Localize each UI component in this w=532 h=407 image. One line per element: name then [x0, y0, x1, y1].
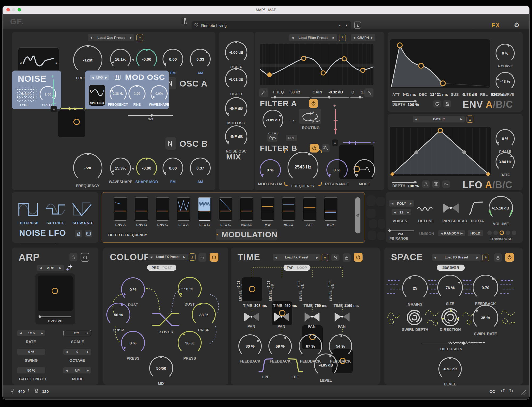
highpass-slope-icon[interactable]: [259, 88, 268, 97]
env-graph[interactable]: [390, 39, 490, 88]
prev-arrow-icon[interactable]: ◀: [66, 369, 68, 372]
arp-mode-selector[interactable]: ◀ UP ▶: [63, 367, 91, 373]
tap2-pan-bowtie[interactable]: [274, 311, 290, 323]
filter-b-mode-knob[interactable]: MODE: [354, 159, 375, 186]
next-arrow-icon[interactable]: ▶: [460, 232, 463, 235]
arp-scale-dropdown[interactable]: Off ▼: [63, 330, 91, 336]
traffic-lights[interactable]: [6, 8, 21, 11]
space-preset-selector[interactable]: ◀ Load FX Preset ▶: [432, 254, 481, 261]
wave-prev-icon[interactable]: ◀: [89, 90, 91, 92]
next-arrow-icon[interactable]: ▶: [87, 350, 89, 353]
space-feedback-knob[interactable]: 0.70 FEEDBACK: [473, 275, 498, 306]
lfo-depth-slider[interactable]: [392, 182, 416, 183]
lfo-preset-save-button[interactable]: [467, 116, 473, 123]
tap3-time-value[interactable]: 759 ms: [315, 303, 327, 308]
rel-value[interactable]: 6265 ms: [491, 92, 506, 97]
detune-squiggle-icon[interactable]: [417, 205, 435, 211]
bitcrush-icon[interactable]: [18, 200, 39, 218]
dec-value[interactable]: 12421 ms: [430, 92, 448, 97]
metronome-icon[interactable]: [34, 388, 39, 393]
transpose-dot[interactable]: [506, 231, 510, 235]
prev-arrow-icon[interactable]: ◀: [394, 211, 396, 214]
env-sync-metronome-icon[interactable]: [443, 100, 451, 108]
next-arrow-icon[interactable]: ▶: [332, 36, 335, 39]
filter-b-slope-icon[interactable]: 2: [322, 144, 330, 152]
evolve-slider[interactable]: [39, 316, 71, 317]
next-arrow-icon[interactable]: ▶: [105, 76, 107, 79]
slider-handle[interactable]: [274, 96, 276, 98]
prev-arrow-icon[interactable]: ◀: [66, 350, 68, 353]
filter-b-mod-osc-fm-knob[interactable]: 0 % MOD OSC FM: [258, 159, 282, 186]
mix-mod-osc-knob[interactable]: -INF dB MOD OSC: [225, 97, 247, 125]
env-title-bc[interactable]: /B/C: [493, 99, 513, 110]
mod-slot-noise[interactable]: NOISE: [240, 197, 253, 227]
lfo-title-bc[interactable]: /B/C: [492, 179, 513, 190]
tuning-stepper-icons[interactable]: ▲▼: [28, 388, 30, 392]
mix-osc-b-knob[interactable]: -6.01 dB OSC B: [225, 68, 247, 96]
tap3-pan-bowtie[interactable]: [304, 311, 320, 323]
diffusion-slider[interactable]: [422, 340, 485, 346]
swirl-rate-knob[interactable]: 35 % SWIRL RATE: [473, 305, 498, 336]
next-arrow-icon[interactable]: ▶: [59, 266, 61, 269]
osc-b-fm-knob[interactable]: 0.00 FM: [163, 158, 183, 184]
modulation-header[interactable]: ▼ MODULATION: [216, 229, 277, 240]
menu-icon[interactable]: ≡: [332, 139, 338, 146]
settings-gear-icon[interactable]: ⚙: [514, 21, 520, 29]
colour-lock-icon[interactable]: [198, 253, 206, 262]
prev-arrow-icon[interactable]: ◀: [292, 36, 294, 39]
osc-b-waveshape-knob[interactable]: 15.3% WAVESHAPE: [109, 158, 132, 184]
minimize-button[interactable]: [12, 8, 15, 11]
slider-node[interactable]: [348, 141, 351, 144]
transpose-dot-active[interactable]: [500, 231, 504, 235]
next-arrow-icon[interactable]: ▶: [87, 369, 89, 372]
transpose-dots[interactable]: [487, 231, 516, 235]
colour-right-dust-knob[interactable]: 0 % DUST: [178, 277, 202, 306]
arp-gate-field[interactable]: 50 %: [17, 367, 45, 373]
colour-preset-selector[interactable]: ◀ Load FX Preset ▶: [148, 254, 188, 260]
slider-handle[interactable]: [414, 181, 417, 183]
collapse-triangle-icon[interactable]: ▼: [216, 233, 219, 236]
hold-button[interactable]: HOLD: [468, 230, 483, 236]
keyboard-icon[interactable]: [114, 74, 121, 80]
osc-xy-pad[interactable]: [58, 110, 85, 137]
preset-up-icon[interactable]: ▲: [338, 24, 341, 27]
mod-osc-wave-display[interactable]: ◀ ▶ SINE FLEX: [89, 85, 105, 106]
arp-rate-selector[interactable]: ◀ 1/16 ▶: [17, 330, 45, 336]
tap3-level[interactable]: LEVEL-6.02 dB: [297, 278, 305, 301]
filter-preset-selector[interactable]: ◀ Load Filter Preset ▶: [289, 34, 337, 41]
tap4-time-value[interactable]: 1169 ms: [344, 303, 359, 308]
next-arrow-icon[interactable]: ▶: [407, 211, 409, 214]
arp-octave-selector[interactable]: ◀ 0 ▶: [63, 349, 91, 355]
arp-swing-field[interactable]: 0 %: [17, 349, 45, 355]
filter-routing-matrix[interactable]: A B: [299, 109, 321, 124]
osc-preset-save-button[interactable]: [136, 34, 143, 41]
env-title-a[interactable]: A: [486, 99, 493, 110]
filter-a-power-button[interactable]: [309, 99, 318, 108]
mod-osc-fine-knob[interactable]: 1.00 FINE: [128, 85, 146, 106]
env-attack-curve-knob[interactable]: 0 % A CURVE: [496, 44, 515, 68]
osc-b-shape-mod-knob[interactable]: -0.00 SHAPE MOD: [135, 158, 158, 184]
tuning-fork-icon[interactable]: [181, 18, 187, 26]
arp-xy-pad[interactable]: [38, 276, 73, 311]
mod-slot-aft[interactable]: AFT: [303, 197, 316, 227]
poly-mode-selector[interactable]: ◀ POLY ▶: [389, 200, 414, 207]
hpf-curve-icon[interactable]: [257, 357, 274, 373]
colour-preset-save-button[interactable]: [189, 253, 196, 261]
env-loop-icon[interactable]: [433, 100, 441, 108]
porta-curve-icon[interactable]: [468, 201, 484, 216]
favorite-heart-icon[interactable]: ♡: [194, 22, 198, 28]
slider-handle[interactable]: [328, 96, 330, 98]
plus-icon[interactable]: +: [333, 103, 336, 108]
prev-arrow-icon[interactable]: ◀: [40, 266, 42, 269]
space-power-button[interactable]: [505, 253, 514, 262]
mod-slot-lfo-a[interactable]: LFO A: [177, 197, 190, 227]
slider-handle[interactable]: [39, 315, 41, 318]
voice-count-selector[interactable]: ◀ 12 ▶: [392, 209, 411, 215]
slider-handle[interactable]: [388, 229, 391, 232]
tap1-xy-pad[interactable]: [242, 277, 262, 301]
filter-preset-save-button[interactable]: [339, 34, 346, 41]
pb-range-slider[interactable]: [389, 231, 414, 231]
sparkle-icon[interactable]: [66, 264, 73, 271]
space-grains-knob[interactable]: 25 GRAINS: [402, 275, 428, 306]
arp-pattern-selector[interactable]: ◀ ARP ▶: [37, 265, 64, 271]
